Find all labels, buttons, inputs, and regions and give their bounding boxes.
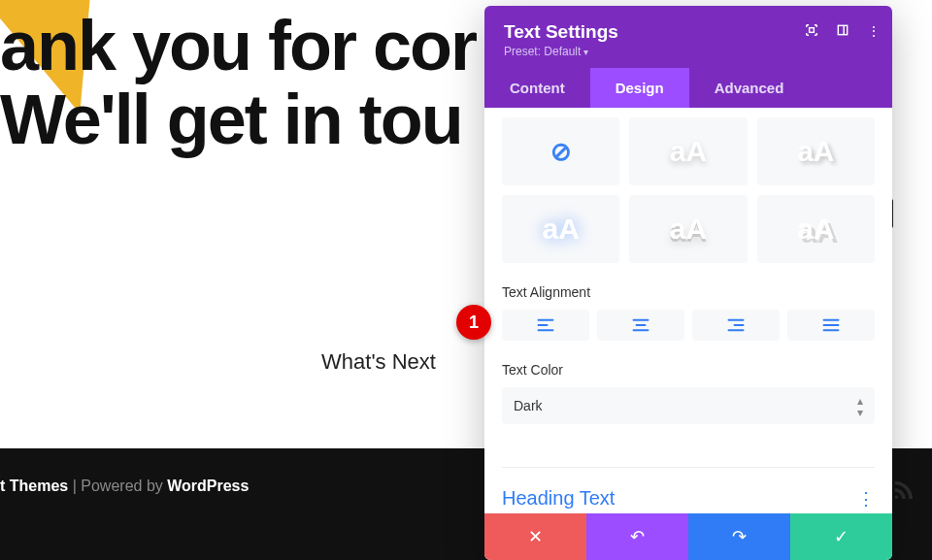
hero-line-1: ank you for cor — [0, 10, 544, 83]
text-settings-panel: Text Settings Preset: Default ⋮ Content … — [484, 6, 892, 560]
align-justify-button[interactable] — [787, 310, 875, 341]
shadow-preset-4[interactable]: aA — [629, 195, 747, 263]
align-left-button[interactable] — [502, 310, 589, 341]
shadow-preset-1[interactable]: aA — [629, 117, 747, 185]
shadow-preset-5[interactable]: aA — [757, 195, 875, 263]
select-chevron-icon: ▴▾ — [857, 395, 863, 418]
text-alignment-label: Text Alignment — [502, 284, 875, 300]
text-color-label: Text Color — [502, 362, 875, 378]
aa-sample: aA — [670, 213, 707, 246]
text-color-select-wrap: Dark ▴▾ — [502, 387, 875, 424]
heading-text-more-icon[interactable]: ⋮ — [857, 488, 875, 510]
snap-icon[interactable] — [836, 23, 849, 40]
rss-icon[interactable] — [891, 478, 913, 505]
hero-line-2: We'll get in tou — [0, 83, 544, 157]
undo-icon: ↶ — [630, 526, 645, 547]
panel-header: Text Settings Preset: Default ⋮ — [484, 6, 892, 68]
no-shadow-icon: ⊘ — [550, 137, 572, 167]
align-right-icon — [727, 318, 745, 332]
expand-icon[interactable] — [805, 23, 818, 40]
more-icon[interactable]: ⋮ — [867, 23, 881, 40]
redo-button[interactable]: ↷ — [688, 513, 790, 560]
aa-sample: aA — [542, 213, 579, 246]
shadow-none[interactable]: ⊘ — [502, 117, 619, 185]
preset-dropdown[interactable]: Preset: Default — [504, 45, 873, 58]
confirm-button[interactable]: ✓ — [790, 513, 892, 560]
footer-credit: t Themes | Powered by WordPress — [0, 478, 249, 495]
close-icon: ✕ — [528, 526, 543, 547]
undo-button[interactable]: ↶ — [586, 513, 688, 560]
footer-themes: t Themes — [0, 478, 68, 494]
tab-content[interactable]: Content — [484, 68, 590, 108]
text-alignment-options — [502, 310, 875, 341]
panel-body: ⊘ aA aA aA aA aA Text Alignment — [484, 108, 892, 513]
svg-rect-1 — [838, 25, 847, 34]
svg-rect-0 — [810, 28, 815, 33]
panel-action-bar: ✕ ↶ ↷ ✓ — [484, 513, 892, 560]
check-icon: ✓ — [834, 526, 849, 547]
heading-text-label: Heading Text — [502, 487, 615, 510]
align-center-icon — [632, 318, 649, 332]
annotation-callout-1: 1 — [456, 305, 491, 340]
shadow-preset-2[interactable]: aA — [757, 117, 875, 185]
align-right-button[interactable] — [692, 310, 780, 341]
align-justify-icon — [822, 318, 840, 332]
tab-advanced[interactable]: Advanced — [689, 68, 810, 108]
aa-sample: aA — [797, 135, 834, 168]
text-shadow-presets: ⊘ aA aA aA aA aA — [502, 117, 875, 263]
aa-sample: aA — [797, 213, 834, 246]
heading-text-section[interactable]: Heading Text ⋮ — [502, 467, 875, 510]
hero-text: ank you for cor We'll get in tou — [0, 10, 544, 156]
redo-icon: ↷ — [732, 526, 747, 547]
tab-design[interactable]: Design — [590, 68, 689, 108]
text-color-select[interactable]: Dark — [502, 387, 875, 424]
shadow-preset-3[interactable]: aA — [502, 195, 619, 263]
discard-button[interactable]: ✕ — [484, 513, 586, 560]
panel-tabs: Content Design Advanced — [484, 68, 892, 108]
aa-sample: aA — [670, 135, 707, 168]
footer-powered-by: | Powered by — [68, 478, 167, 494]
align-center-button[interactable] — [597, 310, 684, 341]
align-left-icon — [537, 318, 554, 332]
footer-wordpress: WordPress — [167, 478, 249, 494]
